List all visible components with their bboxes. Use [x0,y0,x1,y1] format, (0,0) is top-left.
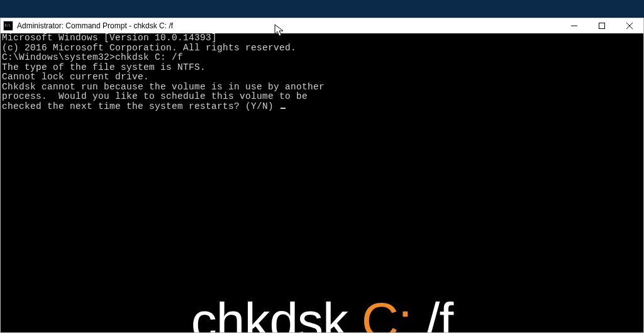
terminal-line: C:\Windows\system32>chkdsk C: /f [2,53,643,63]
text-cursor [280,108,286,109]
minimize-button[interactable] [560,18,588,33]
annotation-part1: chkdsk [191,292,362,332]
terminal-line: checked the next time the system restart… [2,102,643,112]
command-prompt-window: C:\ Administrator: Command Prompt - chkd… [0,18,644,333]
window-title: Administrator: Command Prompt - chkdsk C… [17,21,560,30]
terminal-line: (c) 2016 Microsoft Corporation. All righ… [2,43,643,54]
titlebar[interactable]: C:\ Administrator: Command Prompt - chkd… [1,18,643,33]
minimize-icon [571,23,577,29]
terminal-output: Microsoft Windows [Version 10.0.14393](c… [1,33,643,111]
svg-text:C:\: C:\ [5,23,11,27]
window-controls [560,18,643,33]
annotation-part2: C: [362,292,412,332]
annotation-part3: /f [412,292,453,332]
terminal-line: Microsoft Windows [Version 10.0.14393] [2,33,643,43]
terminal-line: Cannot lock current drive. [2,72,643,82]
close-button[interactable] [616,18,643,33]
close-icon [626,23,633,29]
terminal-area[interactable]: Microsoft Windows [Version 10.0.14393](c… [1,33,643,332]
command-prompt-icon: C:\ [3,21,13,31]
svg-rect-4 [599,23,605,29]
terminal-line: The type of the file system is NTFS. [2,63,643,73]
terminal-line: process. Would you like to schedule this… [2,92,643,102]
annotation-overlay: chkdsk C: /f [1,291,643,332]
maximize-icon [599,23,605,29]
terminal-line: Chkdsk cannot run because the volume is … [2,82,643,93]
maximize-button[interactable] [588,18,616,33]
